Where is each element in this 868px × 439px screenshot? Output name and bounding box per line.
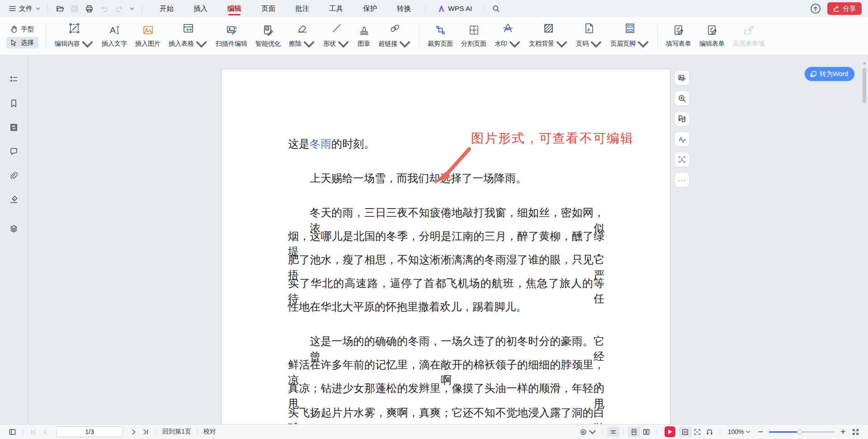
fit-page-button[interactable] [691, 427, 703, 437]
insert-text-button[interactable]: A 插入文字 [98, 21, 131, 51]
attachment-panel-button[interactable] [7, 168, 21, 182]
fit-height-button[interactable] [703, 427, 716, 437]
vertical-scrollbar[interactable]: ▲ [862, 61, 867, 420]
single-page-view-button[interactable] [628, 427, 640, 437]
fullscreen-icon [852, 428, 859, 436]
chevron-down-icon [556, 38, 568, 50]
tab-comment[interactable]: 批注 [285, 0, 319, 17]
stamp-button[interactable]: 图章 [354, 21, 374, 51]
hand-tool-button[interactable]: 手型 [6, 24, 38, 35]
scroll-up-arrow[interactable]: ▲ [862, 61, 867, 65]
undo-redo-dropdown[interactable] [127, 5, 137, 12]
fit-width-button[interactable] [679, 427, 691, 437]
two-page-view-button[interactable] [640, 427, 652, 437]
file-menu[interactable]: 文件 [6, 3, 43, 15]
zoom-slider[interactable] [769, 431, 835, 433]
highlight-form-fields-button: 高亮表单域 [729, 21, 769, 51]
outline-panel-button[interactable] [7, 72, 21, 86]
tab-protect[interactable]: 保护 [353, 0, 387, 17]
chevron-down-icon [195, 38, 208, 50]
page-number-input[interactable]: 1/3 [56, 426, 123, 437]
search-button[interactable] [489, 3, 503, 14]
cloud-upload-button[interactable] [810, 3, 821, 14]
zoom-in-button[interactable] [675, 91, 689, 106]
proofread-button[interactable]: 校对 [202, 428, 218, 436]
select-tool-button[interactable]: 选择 [6, 37, 38, 48]
zoom-slider-thumb[interactable] [797, 429, 802, 434]
tab-insert[interactable]: 插入 [184, 0, 217, 17]
watermark-button[interactable]: 水印 [491, 19, 525, 53]
header-footer-button[interactable]: 页眉页脚 [606, 19, 653, 53]
zoom-level-dropdown[interactable]: 100% [724, 428, 755, 435]
edit-form-button[interactable]: 编辑表单 [695, 21, 729, 51]
shape-line-icon [330, 22, 343, 34]
insert-table-icon [182, 22, 194, 34]
doc-background-button[interactable]: 文档背景 [525, 19, 572, 53]
comment-panel-button[interactable] [7, 144, 21, 158]
edit-text-button[interactable]: A [675, 132, 689, 147]
toggle-sidebar-button[interactable] [6, 427, 19, 437]
page-number-button[interactable]: # 页码 [572, 19, 606, 53]
folder-open-icon [56, 5, 64, 13]
shape-button[interactable]: 形状 [319, 19, 354, 53]
last-page-button[interactable] [140, 427, 152, 437]
back-to-first-page-button[interactable]: 回到第1页 [160, 428, 193, 436]
first-page-button[interactable] [27, 427, 39, 437]
replace-button[interactable] [675, 111, 689, 126]
thumbnail-panel-button[interactable] [7, 120, 21, 134]
erase-button[interactable]: 擦除 [285, 19, 319, 53]
chevron-down-icon [637, 38, 649, 50]
signature-panel-button[interactable] [7, 192, 21, 206]
convert-to-word-button[interactable]: 转为Word [805, 67, 854, 81]
zoom-out-button[interactable]: − [754, 427, 767, 436]
tab-edit[interactable]: 编辑 [217, 0, 251, 17]
hyperlink-icon [389, 22, 401, 34]
zoom-in-button[interactable]: + [837, 427, 849, 436]
share-button[interactable]: 分享 [827, 2, 862, 15]
insert-image-button[interactable]: 插入图片 [131, 21, 165, 51]
tab-tools[interactable]: 工具 [319, 0, 353, 17]
ocr-recognize-button[interactable]: A [675, 152, 689, 167]
layers-panel-button[interactable] [7, 222, 21, 235]
divider [197, 429, 198, 435]
share-icon [833, 5, 840, 12]
chevron-down-icon [509, 38, 521, 50]
tab-page[interactable]: 页面 [251, 0, 285, 17]
more-tools-button[interactable]: ··· [675, 172, 689, 187]
scrollbar-thumb[interactable] [863, 68, 866, 103]
doc-background-label: 文档背景 [529, 40, 554, 48]
split-page-button[interactable]: 分割页面 [457, 21, 491, 51]
edit-image-button[interactable] [675, 71, 689, 86]
edit-content-button[interactable]: 编辑内容 [51, 19, 98, 53]
tab-convert[interactable]: 转换 [387, 0, 421, 17]
view-mode-button[interactable] [577, 427, 599, 437]
bookmark-panel-button[interactable] [7, 96, 21, 110]
next-page-button[interactable] [127, 427, 140, 437]
prev-page-button[interactable] [39, 427, 52, 437]
print-button[interactable] [82, 3, 97, 15]
smart-optimize-button[interactable]: A 智能优化 [251, 21, 285, 51]
divider [623, 429, 624, 435]
split-view-button[interactable] [607, 427, 619, 437]
tab-home[interactable]: 开始 [150, 0, 184, 17]
save-button[interactable] [67, 3, 82, 14]
fill-form-button[interactable]: 填写表单 [662, 21, 695, 51]
divider [23, 429, 23, 435]
hyperlink-button[interactable]: 超链接 [374, 19, 415, 53]
divider [657, 24, 658, 49]
redo-button[interactable] [112, 3, 127, 14]
document-viewport[interactable]: 这是冬雨的时刻。 上天赐给一场雪，而我们却选择了一场降雨。 冬天的雨，三日三夜不… [28, 55, 868, 424]
crop-page-button[interactable]: 裁剪页面 [424, 21, 457, 51]
insert-table-button[interactable]: 插入表格 [165, 19, 212, 53]
open-file-button[interactable] [52, 3, 67, 15]
divider [419, 24, 420, 49]
scan-edit-button[interactable]: 扫描件编辑 [212, 21, 251, 51]
bookmark-icon [9, 99, 19, 108]
divider [156, 429, 156, 435]
reading-mode-button[interactable] [665, 426, 675, 437]
select-tool-label: 选择 [21, 38, 34, 47]
edit-form-icon [706, 24, 718, 36]
fullscreen-button[interactable] [849, 427, 862, 437]
undo-button[interactable] [97, 3, 112, 14]
wps-ai-button[interactable]: WPS AI [430, 5, 479, 13]
